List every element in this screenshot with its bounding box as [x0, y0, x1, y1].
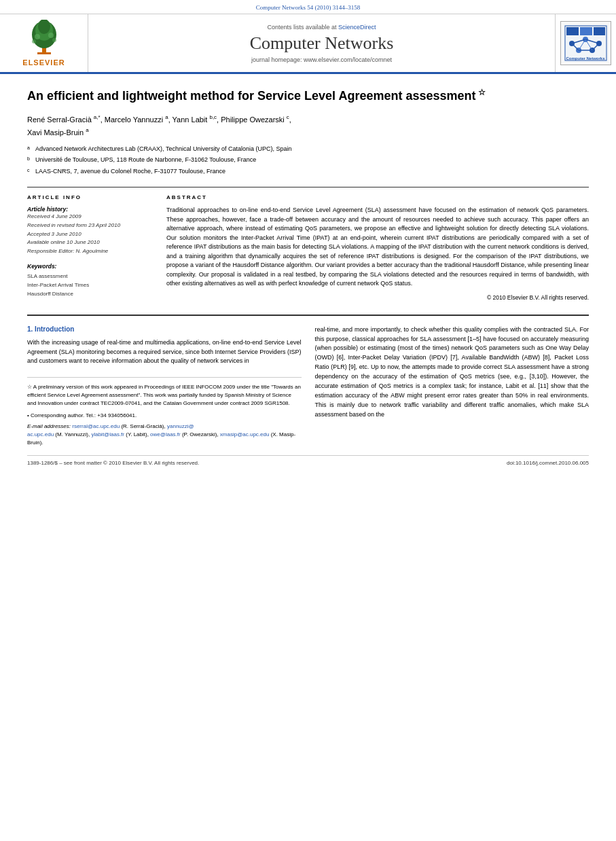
journal-homepage: journal homepage: www.elsevier.com/locat… [251, 56, 392, 63]
affiliation-a: a Advanced Network Architectures Lab (CR… [27, 144, 589, 154]
affil-b-text: Université de Toulouse, UPS, 118 Route d… [35, 155, 256, 164]
article-info-abstract-section: ARTICLE INFO Article history: Received 4… [27, 194, 589, 301]
keyword-hausdorff: Hausdorff Distance [27, 290, 153, 299]
history-editor: Responsible Editor: N. Agoulmine [27, 247, 153, 256]
cn-logo-icon: Computer Networks [564, 24, 608, 62]
svg-point-5 [35, 34, 40, 39]
history-revised: Received in revised form 23 April 2010 [27, 221, 153, 230]
body-two-col: 1. Introduction With the increasing usag… [27, 325, 589, 448]
affiliations: a Advanced Network Architectures Lab (CR… [27, 144, 589, 176]
body-divider [27, 315, 589, 316]
svg-point-6 [48, 33, 54, 38]
authors-line: René Serral-Gracià a,*, Marcelo Yannuzzi… [27, 113, 589, 139]
intro-text-right: real-time, and more importantly, to chec… [315, 325, 590, 420]
page: Computer Networks 54 (2010) 3144–3158 [0, 0, 616, 841]
history-accepted: Accepted 3 June 2010 [27, 230, 153, 239]
affiliation-b: b Université de Toulouse, UPS, 118 Route… [27, 155, 589, 164]
keyword-ipat: Inter-Packet Arrival Times [27, 281, 153, 290]
affil-a-text: Advanced Network Architectures Lab (CRAA… [35, 144, 292, 154]
contents-line: Contents lists available at ScienceDirec… [267, 24, 376, 31]
body-col-right: real-time, and more importantly, to chec… [315, 325, 590, 448]
email-owe[interactable]: owe@laas.fr [150, 431, 181, 437]
email-xmasip[interactable]: xmasip@ac.upc.edu [220, 431, 270, 437]
body-col-left: 1. Introduction With the increasing usag… [27, 325, 302, 448]
email-rserral[interactable]: rserral@ac.upc.edu [72, 423, 120, 429]
article-title-area: An efficient and lightweight method for … [27, 88, 589, 104]
svg-point-4 [38, 20, 50, 34]
article-history-section: Article history: Received 4 June 2009 Re… [27, 206, 153, 256]
elsevier-tree-icon [24, 20, 65, 57]
svg-rect-13 [594, 27, 605, 35]
article-title-text: An efficient and lightweight method for … [27, 89, 476, 103]
article-info-heading: ARTICLE INFO [27, 194, 153, 200]
sciencedirect-link[interactable]: ScienceDirect [338, 24, 376, 31]
body-content: 1. Introduction With the increasing usag… [27, 315, 589, 467]
journal-header: ELSEVIER Contents lists available at Sci… [0, 14, 616, 74]
journal-reference-bar: Computer Networks 54 (2010) 3144–3158 [0, 0, 616, 14]
journal-title-area: Contents lists available at ScienceDirec… [88, 14, 555, 72]
svg-text:Computer Networks: Computer Networks [566, 56, 605, 60]
history-online: Available online 10 June 2010 [27, 238, 153, 247]
header-divider [27, 187, 589, 187]
main-content: An efficient and lightweight method for … [0, 74, 616, 480]
abstract-column: ABSTRACT Traditional approaches to on-li… [166, 194, 589, 301]
keyword-sla: SLA assessment [27, 272, 153, 281]
article-info-column: ARTICLE INFO Article history: Received 4… [27, 194, 153, 301]
doi-text: doi:10.1016/j.comnet.2010.06.005 [507, 460, 589, 466]
elsevier-wordmark: ELSEVIER [22, 58, 65, 67]
intro-heading: 1. Introduction [27, 325, 302, 333]
footnote-area: ☆ A preliminary version of this work app… [27, 377, 302, 447]
issn-text: 1389-1286/$ – see front matter © 2010 El… [27, 460, 199, 466]
abstract-text: Traditional approaches to on-line end-to… [166, 206, 589, 289]
affil-c-text: LAAS-CNRS, 7, avenue du Colonel Roche, F… [35, 166, 225, 176]
keywords-label: Keywords: [27, 263, 153, 270]
email-ylabit[interactable]: ylabit@laas.fr [91, 431, 124, 437]
affiliation-c: c LAAS-CNRS, 7, avenue du Colonel Roche,… [27, 166, 589, 176]
title-footnote-star: ☆ [476, 88, 486, 97]
contents-text: Contents lists available at [267, 24, 336, 31]
intro-text-left: With the increasing usage of real-time a… [27, 338, 302, 367]
elsevier-logo: ELSEVIER [22, 20, 65, 67]
journal-title: Computer Networks [250, 33, 394, 54]
footnote-corresponding: • Corresponding author. Tel.: +34 934056… [27, 412, 302, 420]
elsevier-logo-area: ELSEVIER [0, 14, 88, 72]
article-title: An efficient and lightweight method for … [27, 88, 589, 104]
copyright-line: © 2010 Elsevier B.V. All rights reserved… [166, 294, 589, 301]
svg-point-7 [32, 39, 36, 43]
svg-rect-11 [566, 27, 579, 35]
footnote-emails: E-mail addresses: rserral@ac.upc.edu (R.… [27, 423, 302, 447]
abstract-heading: ABSTRACT [166, 194, 589, 200]
svg-rect-12 [580, 27, 592, 35]
svg-point-8 [52, 38, 56, 42]
history-label: Article history: [27, 206, 153, 213]
computer-networks-logo: Computer Networks [560, 21, 611, 65]
history-received: Received 4 June 2009 [27, 213, 153, 221]
footnote-star-text: ☆ A preliminary version of this work app… [27, 383, 302, 408]
journal-ref-text: Computer Networks 54 (2010) 3144–3158 [256, 4, 360, 11]
cn-logo-area: Computer Networks [555, 14, 616, 72]
keywords-section: Keywords: SLA assessment Inter-Packet Ar… [27, 263, 153, 298]
bottom-bar: 1389-1286/$ – see front matter © 2010 El… [27, 455, 589, 466]
